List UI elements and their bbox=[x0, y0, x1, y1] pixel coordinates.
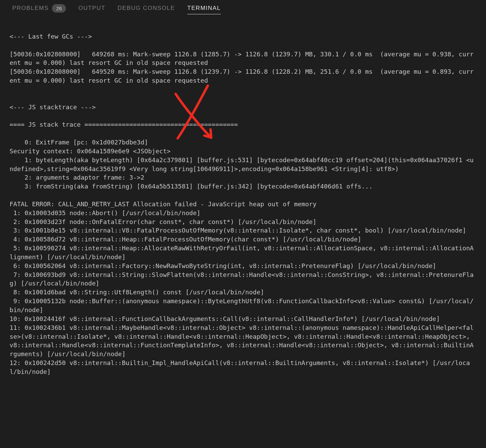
tab-label: DEBUG CONSOLE bbox=[118, 4, 175, 12]
tab-problems[interactable]: PROBLEMS 26 bbox=[12, 4, 66, 13]
tab-terminal[interactable]: TERMINAL bbox=[187, 4, 221, 15]
problems-count-badge: 26 bbox=[52, 4, 66, 13]
tab-label: PROBLEMS bbox=[12, 4, 49, 12]
terminal-output[interactable]: <--- Last few GCs ---> [50036:0x10280800… bbox=[0, 16, 486, 376]
tab-label: TERMINAL bbox=[187, 4, 221, 12]
panel-tabbar: PROBLEMS 26 OUTPUT DEBUG CONSOLE TERMINA… bbox=[0, 0, 486, 16]
tab-debug-console[interactable]: DEBUG CONSOLE bbox=[118, 4, 175, 12]
tab-output[interactable]: OUTPUT bbox=[78, 4, 105, 12]
tab-label: OUTPUT bbox=[78, 4, 105, 12]
